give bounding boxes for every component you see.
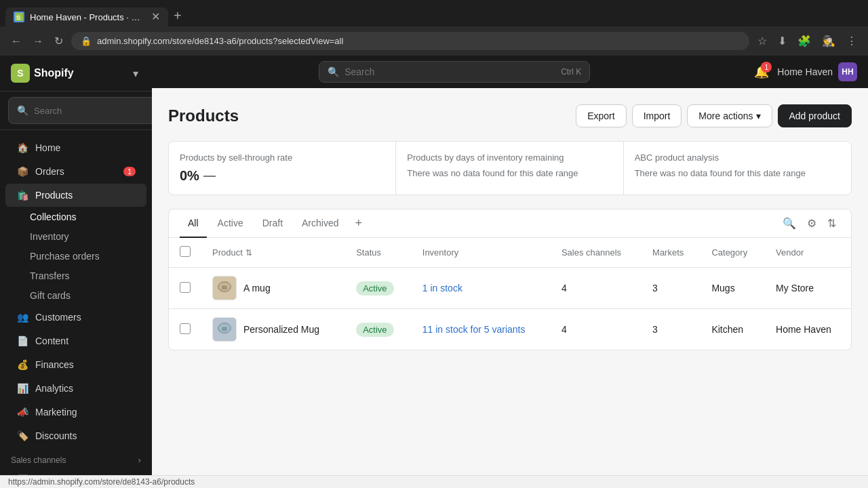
orders-icon: 📦	[16, 165, 28, 178]
row2-category-cell: Kitchen	[701, 309, 765, 350]
global-search-input[interactable]	[344, 66, 555, 77]
stat-label-sell-through: Products by sell-through rate	[180, 152, 384, 163]
sidebar-item-discounts[interactable]: 🏷️ Discounts	[5, 424, 146, 447]
extensions-button[interactable]: 🧩	[795, 32, 814, 50]
more-actions-label: More actions	[698, 110, 753, 121]
svg-rect-9	[222, 327, 227, 331]
store-selector-button[interactable]: Home Haven HH	[777, 62, 857, 81]
home-icon: 🏠	[16, 142, 28, 154]
download-button[interactable]: ⬇	[775, 32, 789, 50]
row1-product-name: A mug	[243, 283, 271, 293]
search-icon: 🔍	[17, 105, 28, 116]
notifications-button[interactable]: 🔔 1	[754, 64, 769, 79]
sidebar-item-products-label: Products	[35, 190, 73, 201]
gift-cards-label: Gift cards	[30, 290, 71, 301]
search-kbd: Ctrl K	[561, 67, 581, 77]
sales-channels-expand-button[interactable]: ›	[138, 455, 141, 465]
row2-status-badge: Active	[356, 323, 393, 337]
tab-draft[interactable]: Draft	[254, 209, 291, 238]
search-input[interactable]	[34, 106, 148, 116]
sidebar-item-orders[interactable]: 📦 Orders 1	[5, 160, 146, 183]
stat-card-inventory-days: Products by days of inventory remaining …	[396, 142, 623, 195]
header-status: Status	[345, 238, 412, 268]
row1-product[interactable]: A mug	[212, 276, 334, 300]
sidebar-item-marketing-label: Marketing	[35, 407, 77, 418]
sidebar-item-home[interactable]: 🏠 Home	[5, 136, 146, 159]
stat-card-sell-through: Products by sell-through rate 0% —	[169, 142, 396, 195]
sidebar-subitem-purchase-orders[interactable]: Purchase orders	[5, 247, 146, 266]
sort-button[interactable]: ⇅	[823, 213, 840, 234]
tab-all[interactable]: All	[180, 209, 207, 238]
stats-row: Products by sell-through rate 0% — Produ…	[168, 141, 852, 195]
purchase-orders-label: Purchase orders	[30, 251, 100, 262]
sidebar-dropdown-button[interactable]: ▾	[130, 64, 141, 83]
sidebar-item-finances[interactable]: 💰 Finances	[5, 353, 146, 376]
close-tab-button[interactable]: ✕	[151, 12, 160, 22]
sidebar-item-home-label: Home	[35, 142, 60, 153]
table-row: Personalized Mug Active 11 in stock for …	[169, 309, 851, 350]
lock-icon: 🔒	[81, 36, 92, 46]
sidebar-item-online-store[interactable]: 🖥️ Online Store	[5, 468, 146, 475]
row1-inventory[interactable]: 1 in stock	[422, 283, 462, 293]
sidebar-item-analytics[interactable]: 📊 Analytics	[5, 377, 146, 400]
reload-button[interactable]: ↻	[52, 32, 66, 50]
forward-button[interactable]: →	[30, 33, 46, 50]
select-all-checkbox[interactable]	[180, 246, 191, 257]
browser-toolbar: ← → ↻ 🔒 admin.shopify.com/store/de8143-a…	[0, 26, 868, 56]
sidebar-item-customers[interactable]: 👥 Customers	[5, 306, 146, 329]
row2-inventory[interactable]: 11 in stock for 5 variants	[422, 324, 526, 335]
bookmark-button[interactable]: ☆	[755, 32, 770, 50]
sidebar-item-products[interactable]: 🛍️ Products	[5, 184, 146, 207]
add-tab-button[interactable]: +	[350, 211, 368, 236]
sidebar-subitem-transfers[interactable]: Transfers	[5, 266, 146, 285]
new-tab-button[interactable]: +	[168, 5, 187, 26]
sidebar-subitem-inventory[interactable]: Inventory	[5, 227, 146, 246]
stat-sub-abc: There was no data found for this date ra…	[635, 168, 840, 178]
sidebar-item-content[interactable]: 📄 Content	[5, 329, 146, 352]
url-text: admin.shopify.com/store/de8143-a6/produc…	[97, 36, 343, 46]
stat-label-abc: ABC product analysis	[635, 152, 840, 163]
sidebar-subitem-collections[interactable]: Collections	[5, 207, 146, 226]
stat-sub-inventory-days: There was no data found for this date ra…	[407, 168, 612, 178]
tab-favicon: S	[14, 12, 24, 22]
stat-value-sell-through: 0% —	[180, 168, 384, 184]
sidebar-item-orders-label: Orders	[35, 166, 64, 177]
chevron-down-icon: ▾	[756, 110, 761, 121]
row1-sales-channels-cell: 4	[551, 268, 642, 309]
discounts-icon: 🏷️	[16, 430, 28, 442]
row1-checkbox[interactable]	[180, 282, 191, 293]
more-actions-button[interactable]: More actions ▾	[687, 104, 772, 127]
row2-checkbox[interactable]	[180, 323, 191, 334]
header-vendor: Vendor	[765, 238, 851, 268]
tab-archived[interactable]: Archived	[294, 209, 347, 238]
svg-text:S: S	[16, 14, 20, 21]
row1-product-cell: A mug	[201, 268, 345, 309]
tab-active[interactable]: Active	[210, 209, 252, 238]
shopify-logo[interactable]: S Shopify	[11, 64, 74, 83]
sidebar-item-marketing[interactable]: 📣 Marketing	[5, 401, 146, 424]
incognito-button[interactable]: 🕵️	[819, 32, 838, 50]
sidebar-item-discounts-label: Discounts	[35, 430, 77, 441]
tab-title: Home Haven - Products · Shopi	[30, 12, 146, 22]
row2-thumbnail	[212, 317, 237, 342]
row1-status-cell: Active	[345, 268, 412, 309]
address-bar[interactable]: 🔒 admin.shopify.com/store/de8143-a6/prod…	[71, 32, 749, 50]
back-button[interactable]: ←	[8, 33, 24, 50]
row2-product-name: Personalized Mug	[243, 324, 319, 335]
table-row: A mug Active 1 in stock 4 3 Mugs	[169, 268, 851, 309]
search-bar[interactable]: 🔍 Ctrl K	[8, 97, 152, 124]
menu-button[interactable]: ⋮	[844, 32, 860, 50]
app-shell: S Shopify ▾ 🔍 Ctrl K 🏠 Home 📦 Orders 1	[0, 56, 868, 475]
search-table-button[interactable]: 🔍	[778, 213, 800, 234]
filter-button[interactable]: ⚙	[803, 213, 821, 234]
row2-product[interactable]: Personalized Mug	[212, 317, 334, 342]
products-table: Product ⇅ Status Inventory Sales channel…	[169, 238, 851, 350]
import-button[interactable]: Import	[632, 104, 682, 127]
sidebar-subitem-gift-cards[interactable]: Gift cards	[5, 286, 146, 305]
export-button[interactable]: Export	[576, 104, 626, 127]
row2-sales-channels-cell: 4	[551, 309, 642, 350]
browser-tab-active[interactable]: S Home Haven - Products · Shopi ✕	[5, 7, 168, 26]
product-sort-icon[interactable]: ⇅	[245, 248, 252, 258]
add-product-button[interactable]: Add product	[778, 104, 852, 127]
global-search[interactable]: 🔍 Ctrl K	[319, 61, 590, 83]
